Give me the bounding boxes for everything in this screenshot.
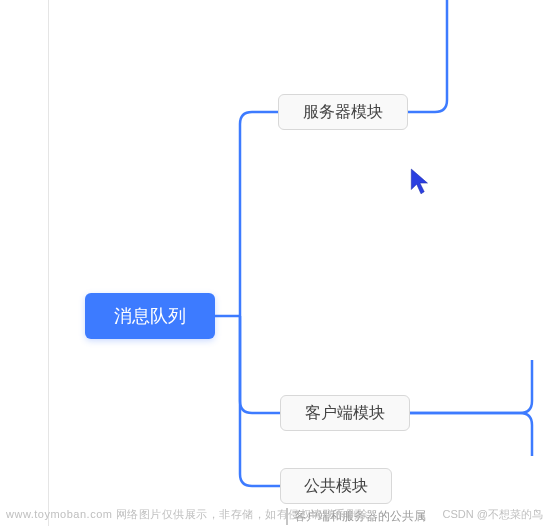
node-label-client: 客户端模块 xyxy=(305,403,385,424)
mindmap-node-public[interactable]: 公共模块 xyxy=(280,468,392,504)
mindmap-root-node[interactable]: 消息队列 xyxy=(85,293,215,339)
mindmap-node-server[interactable]: 服务器模块 xyxy=(278,94,408,130)
connectors-svg xyxy=(0,0,551,526)
node-label-public: 公共模块 xyxy=(304,476,368,497)
panel-divider xyxy=(48,0,49,526)
root-label: 消息队列 xyxy=(114,304,186,328)
node-label-server: 服务器模块 xyxy=(303,102,383,123)
watermark-left: www.toymoban.com 网络图片仅供展示，非存储，如有侵权请联系删除。 xyxy=(6,507,380,522)
mindmap-node-client[interactable]: 客户端模块 xyxy=(280,395,410,431)
cursor-icon xyxy=(410,168,432,196)
watermark-right: CSDN @不想菜的鸟 xyxy=(443,507,543,522)
